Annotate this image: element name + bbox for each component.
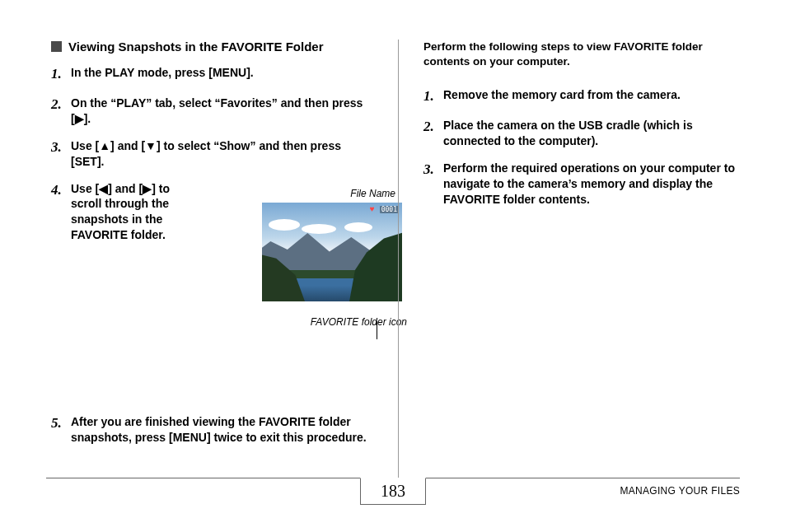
step-text: On the “PLAY” tab, select “Favorites” an… — [71, 96, 373, 127]
left-steps-list-cont: 5. After you are finished viewing the FA… — [51, 414, 373, 446]
favorite-badge: 0001 — [370, 205, 399, 213]
step-text: Use [▲] and [▼] to select “Show” and the… — [71, 138, 373, 170]
square-bullet-icon — [51, 41, 62, 52]
step-number: 3. — [51, 138, 71, 157]
step-text: Use [◀] and [▶] to scroll through the sn… — [71, 181, 199, 244]
step-number: 1. — [51, 65, 71, 84]
cloud-icon — [302, 224, 336, 234]
step-3: 3. Use [▲] and [▼] to select “Show” and … — [51, 138, 373, 170]
step-5: 5. After you are finished viewing the FA… — [51, 414, 373, 446]
right-steps-list: 1. Remove the memory card from the camer… — [423, 87, 745, 207]
heading-text: Viewing Snapshots in the FAVORITE Folder — [68, 40, 323, 54]
step-text: Perform the required operations on your … — [443, 161, 745, 208]
step-text: Remove the memory card from the camera. — [443, 87, 745, 103]
cloud-icon — [344, 222, 372, 232]
step-number: 1. — [423, 87, 443, 106]
page-number: 183 — [360, 478, 426, 505]
step-2: 2. On the “PLAY” tab, select “Favorites”… — [51, 96, 373, 127]
heart-icon — [370, 205, 378, 213]
step-text: In the PLAY mode, press [MENU]. — [71, 65, 373, 81]
step-1: 1. Remove the memory card from the camer… — [423, 87, 745, 106]
section-title: MANAGING YOUR FILES — [620, 485, 740, 497]
figure: File Name 0001 FAVORITE folder icon — [254, 188, 410, 328]
left-column: Viewing Snapshots in the FAVORITE Folder… — [51, 40, 398, 461]
page-body: Viewing Snapshots in the FAVORITE Folder… — [0, 0, 786, 461]
step-2: 2. Place the camera on the USB cradle (w… — [423, 118, 745, 149]
page-footer: 183 MANAGING YOUR FILES — [0, 478, 786, 511]
step-1: 1. In the PLAY mode, press [MENU]. — [51, 65, 373, 84]
right-column: Perform the following steps to view FAVO… — [398, 40, 745, 484]
step-3: 3. Perform the required operations on yo… — [423, 161, 745, 208]
step-text: Place the camera on the USB cradle (whic… — [443, 118, 745, 149]
footer-rule: 183 MANAGING YOUR FILES — [46, 478, 740, 511]
step-number: 2. — [51, 96, 71, 114]
callout-line-icon — [377, 321, 377, 339]
step-number: 4. — [51, 181, 71, 200]
step-number: 5. — [51, 414, 71, 433]
figure-label-file-name: File Name — [254, 188, 410, 199]
file-number: 0001 — [380, 206, 399, 213]
step-text: After you are finished viewing the FAVOR… — [71, 414, 373, 446]
figure-label-favorite-icon: FAVORITE folder icon — [254, 316, 410, 328]
cloud-icon — [269, 219, 300, 231]
snapshot-thumbnail: 0001 — [262, 203, 402, 301]
intro-paragraph: Perform the following steps to view FAVO… — [423, 40, 745, 69]
step-number: 2. — [423, 118, 443, 137]
step-number: 3. — [423, 161, 443, 180]
section-heading: Viewing Snapshots in the FAVORITE Folder — [51, 40, 373, 54]
